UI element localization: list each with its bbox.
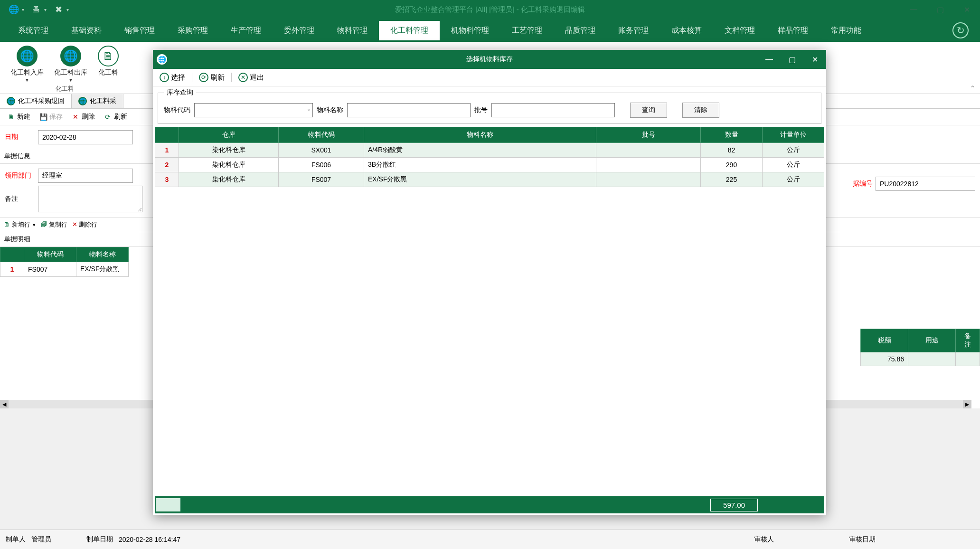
grid-col-name[interactable]: 物料名称 [364,127,596,143]
detail-row[interactable]: 1 FS007 EX/SF分散黑 [0,262,129,277]
chevron-down-icon[interactable]: ⌄ [307,106,311,112]
add-row-button[interactable]: 🗎 新增行 ▼ [4,220,36,229]
remark-label: 备注 [5,195,33,203]
menu-basic[interactable]: 基础资料 [60,21,113,40]
summary-total: 597.00 [710,499,758,511]
detail-col-tax: 税额 [861,329,908,352]
creator-label: 制单人 [6,535,26,544]
ribbon-chemical-out-button[interactable]: 🌐 化工料出库 ▼ [51,44,90,85]
save-icon: 💾 [39,113,47,121]
globe-icon: 🌐 [7,97,15,105]
doc-number-label: 据编号 [853,180,873,188]
menu-cost[interactable]: 成本核算 [660,21,713,40]
search-batch-label: 批号 [474,106,488,114]
menu-production[interactable]: 生产管理 [219,21,273,40]
create-date-label: 制单日期 [86,535,113,544]
window-maximize-button[interactable]: ▢ [927,0,953,19]
menu-machine-material[interactable]: 机物料管理 [440,21,500,40]
detail-row[interactable]: 75.86 [861,352,980,366]
grid-row[interactable]: 1 染化料仓库 SX001 A/4R弱酸黄 82 公斤 [155,143,824,158]
menu-outsource[interactable]: 委外管理 [273,21,326,40]
scroll-left-button[interactable]: ◀ [0,400,9,408]
grid-col-uom[interactable]: 计量单位 [763,127,824,143]
inventory-grid[interactable]: 仓库 物料代码 物料名称 批号 数量 计量单位 1 染化料仓库 SX001 A/… [155,127,824,187]
delete-button[interactable]: ✕删除 [68,112,98,122]
dialog-minimize-button[interactable]: — [758,50,781,69]
menu-finance[interactable]: 账务管理 [607,21,660,40]
audit-date-value [879,534,974,545]
menu-common[interactable]: 常用功能 [820,21,873,40]
grid-row[interactable]: 2 染化料仓库 FS006 3B分散红 290 公斤 [155,158,824,172]
ribbon-chemical-in-button[interactable]: 🌐 化工料入库 ▼ [8,44,47,85]
tab-chemical-return[interactable]: 🌐 化工料采购退回 [0,94,72,108]
department-label: 领用部门 [5,171,33,180]
detail-col-usage: 用途 [908,329,956,352]
detail-row-code[interactable]: FS007 [24,262,76,277]
search-code-input[interactable] [194,103,313,117]
doc-number-input[interactable] [876,177,975,191]
save-button[interactable]: 💾保存 [36,112,66,122]
date-input[interactable] [38,130,133,144]
query-button[interactable]: 查询 [630,103,667,118]
dialog-titlebar[interactable]: 🌐 选择机物料库存 — ▢ ✕ [153,50,826,69]
chevron-down-icon: ▼ [32,223,36,227]
search-code-label: 物料代码 [164,106,190,114]
refresh-icon: ⟳ [104,113,112,121]
scroll-right-button[interactable]: ▶ [963,400,971,408]
main-menubar: 系统管理 基础资料 销售管理 采购管理 生产管理 委外管理 物料管理 化工料管理… [0,19,980,42]
copy-row-button[interactable]: 🗐 复制行 [41,220,67,229]
detail-row-usage[interactable] [908,352,956,366]
detail-grid[interactable]: 物料代码 物料名称 1 FS007 EX/SF分散黑 [0,247,129,277]
menu-process[interactable]: 工艺管理 [500,21,554,40]
dialog-maximize-button[interactable]: ▢ [781,50,803,69]
search-code-combo[interactable]: ⌄ [194,103,313,117]
delete-row-button[interactable]: ✕ 删除行 [72,220,98,229]
window-close-button[interactable]: ✕ [953,0,980,19]
detail-row-tax[interactable]: 75.86 [861,352,908,366]
status-footer: 制单人 制单日期 审核人 审核日期 [0,530,980,549]
separator [231,73,232,82]
detail-row-remark[interactable] [956,352,980,366]
menu-system[interactable]: 系统管理 [7,21,60,40]
search-name-input[interactable] [347,103,471,117]
search-name-label: 物料名称 [317,106,343,114]
grid-row[interactable]: 3 染化料仓库 FS007 EX/SF分散黑 225 公斤 [155,172,824,187]
fieldset-legend: 库存查询 [164,88,196,97]
menu-purchase[interactable]: 采购管理 [166,21,219,40]
grid-col-qty[interactable]: 数量 [701,127,763,143]
menu-material[interactable]: 物料管理 [326,21,379,40]
creator-value [29,534,82,545]
menu-chemical[interactable]: 化工料管理 [379,21,440,40]
detail-row-name[interactable]: EX/SF分散黑 [76,262,129,277]
grid-col-code[interactable]: 物料代码 [279,127,364,143]
globe-icon[interactable]: 🌐 [9,4,19,15]
grid-col-warehouse[interactable]: 仓库 [179,127,279,143]
ribbon-chemical-button[interactable]: 🗎 化工料 [95,44,122,85]
refresh-icon: ⟳ [199,73,208,82]
wrench-icon[interactable]: ✖ [53,4,64,15]
auditor-label: 审核人 [754,535,774,544]
dialog-refresh-button[interactable]: ⟳刷新 [197,72,226,83]
audit-date-label: 审核日期 [849,535,876,544]
chevron-down-icon: ▼ [69,78,73,83]
printer-icon[interactable]: 🖶 [31,4,41,15]
globe-icon: 🌐 [78,97,87,105]
menu-quality[interactable]: 品质管理 [554,21,607,40]
refresh-button[interactable]: ⟳刷新 [101,112,130,122]
tab-chemical-purchase[interactable]: 🌐 化工料采 [72,94,123,108]
new-button[interactable]: 🗎新建 [4,112,33,122]
grid-col-batch[interactable]: 批号 [596,127,701,143]
global-refresh-icon[interactable]: ↻ [952,22,969,38]
department-input[interactable] [38,169,133,183]
menu-sample[interactable]: 样品管理 [766,21,820,40]
dialog-close-button[interactable]: ✕ [803,50,826,69]
window-minimize-button[interactable]: — [900,0,927,19]
menu-document[interactable]: 文档管理 [713,21,766,40]
dialog-exit-button[interactable]: ✕退出 [236,72,266,83]
menu-sales[interactable]: 销售管理 [113,21,166,40]
clear-button[interactable]: 清除 [682,103,719,118]
remark-textarea[interactable] [38,186,142,212]
ribbon-collapse-button[interactable]: ⌃ [967,83,978,93]
search-batch-input[interactable] [491,103,615,117]
dialog-select-button[interactable]: ↓选择 [158,72,187,83]
